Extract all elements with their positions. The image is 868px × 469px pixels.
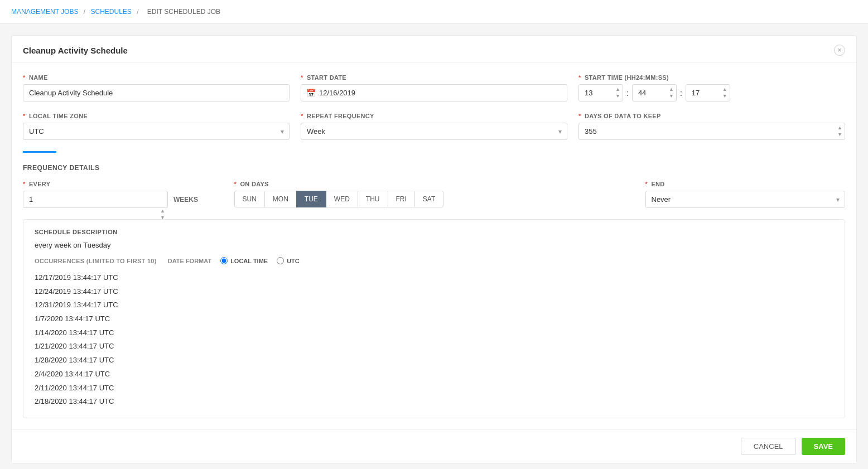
local-time-option[interactable]: LOCAL TIME: [220, 257, 268, 264]
on-days-label: * ON DAYS: [234, 181, 634, 187]
occurrence-item: 1/7/2020 13:44:17 UTC: [35, 312, 833, 326]
minute-down[interactable]: ▼: [667, 93, 676, 99]
frequency-section-title: FREQUENCY DETAILS: [23, 164, 845, 172]
days-data-group: * DAYS OF DATA TO KEEP ▲ ▼: [578, 113, 845, 140]
day-tue[interactable]: TUE: [296, 191, 326, 207]
weeks-label: WEEKS: [173, 196, 198, 204]
start-date-input-wrap: 📅: [301, 84, 567, 101]
save-button[interactable]: SAVE: [802, 438, 845, 455]
breadcrumb-sep-1: /: [84, 8, 88, 16]
cancel-button[interactable]: CANCEL: [741, 438, 796, 455]
local-time-radio[interactable]: [220, 257, 228, 264]
occurrence-item: 2/4/2020 13:44:17 UTC: [35, 368, 833, 381]
hour-down[interactable]: ▼: [614, 93, 622, 99]
days-data-down[interactable]: ▼: [836, 132, 844, 138]
minute-up[interactable]: ▲: [667, 86, 676, 93]
end-label: * END: [645, 181, 846, 187]
days-data-input[interactable]: [578, 123, 845, 140]
frequency-row: * EVERY ▲ ▼ WEEKS: [23, 181, 845, 208]
schedule-desc-text: every week on Tuesday: [35, 241, 833, 249]
time-inputs: ▲ ▼ : ▲ ▼ :: [578, 84, 845, 101]
close-button[interactable]: ×: [834, 45, 845, 56]
start-time-label: * START TIME (HH24:MM:SS): [578, 74, 845, 81]
every-up[interactable]: ▲: [158, 208, 167, 214]
form-row-1: * NAME * START DATE 📅: [23, 74, 845, 101]
days-data-spinners: ▲ ▼: [836, 125, 844, 138]
on-days-required: *: [234, 181, 237, 187]
breadcrumb: MANAGEMENT JOBS / SCHEDULES / EDIT SCHED…: [0, 0, 868, 24]
day-sun[interactable]: SUN: [234, 191, 265, 207]
repeat-freq-required: *: [301, 113, 303, 119]
section-divider: [23, 151, 56, 153]
card-body: * NAME * START DATE 📅: [12, 63, 856, 429]
breadcrumb-schedules[interactable]: SCHEDULES: [90, 8, 131, 16]
day-wed[interactable]: WED: [326, 191, 358, 207]
date-format-label: DATE FORMAT: [168, 258, 211, 264]
every-down[interactable]: ▼: [158, 215, 167, 221]
every-required: *: [23, 181, 26, 187]
second-wrap: ▲ ▼: [686, 84, 730, 101]
local-time-label: LOCAL TIME: [230, 258, 268, 264]
minute-spinners: ▲ ▼: [667, 86, 676, 99]
name-group: * NAME: [23, 74, 290, 101]
footer-actions: CANCEL SAVE: [12, 429, 856, 463]
schedule-description-box: SCHEDULE DESCRIPTION every week on Tuesd…: [23, 219, 845, 418]
days-data-label: * DAYS OF DATA TO KEEP: [578, 113, 845, 119]
name-input[interactable]: [23, 84, 290, 101]
every-input[interactable]: [23, 191, 168, 208]
days-buttons: SUN MON TUE WED THU FRI SAT: [234, 191, 634, 207]
days-data-up[interactable]: ▲: [836, 125, 844, 131]
timezone-select-wrap: UTC US/Eastern US/Central US/Pacific: [23, 123, 290, 140]
breadcrumb-sep-2: /: [137, 8, 141, 16]
breadcrumb-management-jobs[interactable]: MANAGEMENT JOBS: [11, 8, 78, 16]
day-thu[interactable]: THU: [358, 191, 388, 207]
days-data-input-wrap: ▲ ▼: [578, 123, 845, 140]
occurrences-label: OCCURRENCES (Limited to first 10): [35, 258, 157, 264]
on-days-group: * ON DAYS SUN MON TUE WED THU FRI SAT: [234, 181, 634, 207]
date-format-group: DATE FORMAT LOCAL TIME UTC: [168, 257, 300, 264]
every-group: * EVERY ▲ ▼ WEEKS: [23, 181, 223, 208]
end-required: *: [645, 181, 648, 187]
start-date-input[interactable]: [301, 84, 567, 101]
utc-label: UTC: [287, 258, 300, 264]
minute-wrap: ▲ ▼: [632, 84, 677, 101]
start-date-label: * START DATE: [301, 74, 567, 81]
timezone-select[interactable]: UTC US/Eastern US/Central US/Pacific: [23, 123, 290, 140]
breadcrumb-current: EDIT SCHEDULED JOB: [147, 8, 220, 16]
timezone-required: *: [23, 113, 26, 119]
repeat-freq-select-wrap: Minute Hour Day Week Month Year: [301, 123, 567, 140]
every-input-group: ▲ ▼ WEEKS: [23, 191, 223, 208]
page-content: Cleanup Activity Schedule × * NAME * STA…: [0, 24, 868, 469]
utc-option[interactable]: UTC: [277, 257, 300, 264]
every-spinners: ▲ ▼: [158, 208, 167, 221]
end-select-wrap: Never On Date After Occurrences: [645, 191, 846, 208]
timezone-label: * LOCAL TIME ZONE: [23, 113, 290, 119]
utc-radio[interactable]: [277, 257, 284, 264]
main-card: Cleanup Activity Schedule × * NAME * STA…: [11, 35, 857, 463]
occurrence-item: 1/14/2020 13:44:17 UTC: [35, 326, 833, 340]
end-select[interactable]: Never On Date After Occurrences: [645, 191, 846, 208]
day-sat[interactable]: SAT: [414, 191, 443, 207]
second-up[interactable]: ▲: [721, 86, 729, 93]
occurrence-item: 2/11/2020 13:44:17 UTC: [35, 381, 833, 395]
timezone-group: * LOCAL TIME ZONE UTC US/Eastern US/Cent…: [23, 113, 290, 140]
repeat-freq-select[interactable]: Minute Hour Day Week Month Year: [301, 123, 567, 140]
start-date-required: *: [301, 74, 303, 81]
repeat-freq-label: * REPEAT FREQUENCY: [301, 113, 567, 119]
second-spinners: ▲ ▼: [721, 86, 729, 99]
card-title: Cleanup Activity Schedule: [23, 46, 128, 55]
hour-spinners: ▲ ▼: [614, 86, 622, 99]
start-time-required: *: [578, 74, 581, 81]
second-down[interactable]: ▼: [721, 93, 729, 99]
day-fri[interactable]: FRI: [388, 191, 415, 207]
start-date-group: * START DATE 📅: [301, 74, 567, 101]
occurrences-header: OCCURRENCES (Limited to first 10) DATE F…: [35, 257, 833, 264]
time-sep-1: :: [626, 89, 629, 98]
occurrence-item: 12/31/2019 13:44:17 UTC: [35, 298, 833, 312]
frequency-details-section: FREQUENCY DETAILS * EVERY ▲: [23, 151, 845, 208]
hour-up[interactable]: ▲: [614, 86, 622, 93]
day-mon[interactable]: MON: [264, 191, 297, 207]
hour-wrap: ▲ ▼: [578, 84, 623, 101]
name-required: *: [23, 74, 26, 81]
start-time-group: * START TIME (HH24:MM:SS) ▲ ▼ :: [578, 74, 845, 101]
